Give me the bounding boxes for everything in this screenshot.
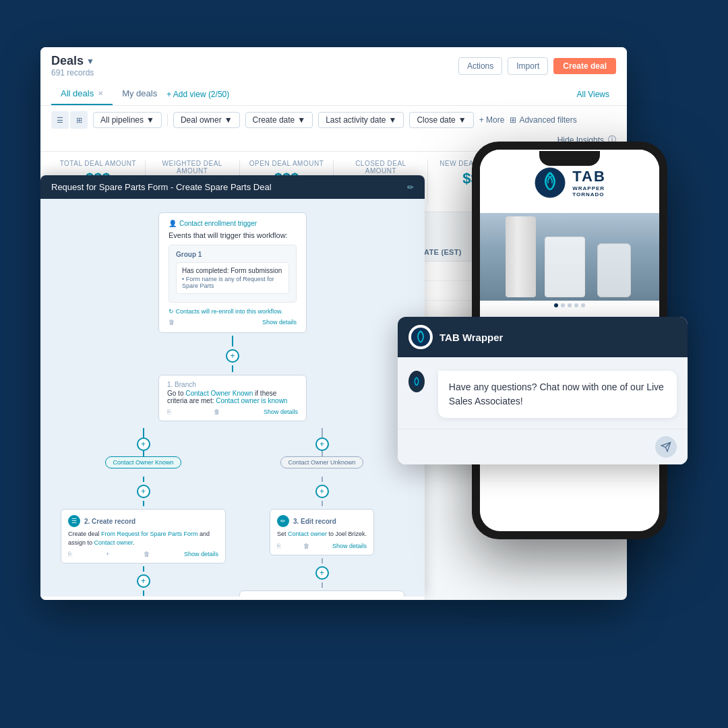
brand-icon	[411, 327, 431, 347]
tab-all-deals-label: All deals	[61, 88, 94, 98]
filter-icon: ⊞	[510, 115, 516, 125]
list-view-button[interactable]: ☰	[51, 111, 69, 129]
workflow-title: Request for Spare Parts Form - Create Sp…	[51, 182, 272, 192]
add-view-link[interactable]: + Add view (2/50)	[166, 84, 229, 104]
wrap-roll-3	[597, 243, 631, 297]
close-date-filter[interactable]: Close date ▼	[409, 112, 473, 128]
edit-icon[interactable]: ✏	[407, 183, 414, 192]
action-3-header: ✏ 3. Edit record	[277, 515, 367, 527]
tab-my-deals-label: My deals	[122, 88, 157, 98]
phone-product-image	[480, 213, 659, 301]
chat-overlay: TAB Wrapper Have any questions? Chat now…	[398, 317, 688, 464]
action-3-num: 3. Edit record	[293, 518, 336, 525]
record-count: 691 records	[51, 68, 94, 78]
import-button[interactable]: Import	[508, 57, 548, 75]
deal-owner-label: Deal owner	[181, 115, 222, 125]
trash-icon-3[interactable]: 🗑	[303, 543, 309, 549]
metric-weighted-label: WEIGHTED DEAL AMOUNT	[152, 160, 233, 175]
trash-icon[interactable]: 🗑	[169, 319, 175, 326]
deal-owner-icon: ▼	[224, 115, 233, 125]
wf-branch-unknown-col: + Contact Owner Unknown + ✏ 3. Edit reco…	[239, 428, 404, 597]
wrap-roll-2	[545, 237, 585, 297]
criteria-link[interactable]: Contact owner is known	[216, 397, 287, 404]
last-activity-icon: ▼	[389, 115, 397, 125]
tornado-chat-icon	[411, 375, 423, 388]
trash-icon-branch[interactable]: 🗑	[214, 408, 220, 415]
copy-icon-2[interactable]: ⎘	[68, 551, 71, 557]
send-button[interactable]	[655, 436, 677, 458]
filter-separator	[167, 113, 168, 127]
show-details-2[interactable]: Show details	[184, 551, 218, 557]
wf-trigger-text: Events that will trigger this workflow:	[169, 231, 297, 239]
add-unknown-step[interactable]: +	[315, 437, 329, 451]
action-2-header: ☰ 2. Create record	[68, 515, 218, 527]
dot-2	[561, 303, 565, 307]
branch-show-details[interactable]: Show details	[264, 408, 298, 415]
advanced-label: Advanced filters	[519, 115, 576, 125]
advanced-filters[interactable]: ⊞ Advanced filters	[510, 115, 576, 125]
view-toggle: ☰ ⊞	[51, 111, 88, 129]
copy-icon-3[interactable]: ⎘	[277, 543, 280, 549]
logo-sub-1: WRAPPER	[572, 185, 606, 191]
add-icon-2[interactable]: +	[106, 551, 109, 557]
add-after-3[interactable]: +	[315, 566, 329, 580]
wf-condition: Has completed: Form submission • Form na…	[176, 262, 289, 294]
action-box-4: ☰ 4. Create record Create deal From Requ…	[239, 590, 404, 597]
trigger-label-text: Contact enrollment trigger	[179, 220, 257, 227]
actions-button[interactable]: Actions	[458, 57, 502, 75]
show-details-3[interactable]: Show details	[332, 543, 367, 549]
phone-dots	[480, 301, 659, 310]
all-views-link[interactable]: All Views	[570, 84, 616, 104]
svg-point-0	[535, 168, 565, 198]
action-3-icon: ✏	[277, 515, 289, 527]
branch-known-tag: Contact Owner Known	[105, 456, 181, 468]
add-known-action[interactable]: +	[137, 485, 150, 498]
tab-all-deals[interactable]: All deals ✕	[51, 83, 113, 105]
action-3-text: Set Contact owner to Joel Brizek.	[277, 530, 367, 539]
title-dropdown-icon[interactable]: ▼	[86, 57, 94, 66]
deal-owner-filter[interactable]: Deal owner ▼	[173, 112, 240, 128]
grid-view-button[interactable]: ⊞	[70, 111, 88, 129]
condition-detail: • Form name is any of Request for Spare …	[182, 276, 283, 289]
copy-icon[interactable]: ⎘	[167, 408, 171, 415]
action-2-actions: ⎘ + 🗑 Show details	[68, 551, 218, 557]
last-activity-filter[interactable]: Last activity date ▼	[318, 112, 404, 128]
contact-owner-known-link[interactable]: Contact Owner Known	[185, 390, 253, 397]
show-details-link[interactable]: Show details	[262, 319, 297, 326]
wf-trigger-box: 👤 Contact enrollment trigger Events that…	[158, 212, 307, 333]
chat-body: Have any questions? Chat now with one of…	[398, 357, 688, 429]
all-pipelines-filter[interactable]: All pipelines ▼	[93, 112, 162, 128]
metric-closed-label: CLOSED DEAL AMOUNT	[340, 160, 421, 175]
tab-logo-icon	[533, 166, 567, 200]
wf-reenroll: ↻ Contacts will re-enroll into this work…	[169, 308, 297, 315]
contact-link-3: Contact owner	[288, 530, 327, 537]
trash-icon-2[interactable]: 🗑	[144, 551, 150, 557]
tab-close-icon[interactable]: ✕	[98, 90, 103, 97]
add-step-button-1[interactable]: +	[226, 349, 239, 363]
logo-main: TAB	[572, 168, 606, 185]
create-date-filter[interactable]: Create date ▼	[245, 112, 313, 128]
action-3-actions: ⎘ 🗑 Show details	[277, 543, 367, 549]
chat-title: TAB Wrapper	[439, 332, 503, 343]
add-unknown-action[interactable]: +	[315, 485, 329, 498]
group-title: Group 1	[176, 251, 289, 258]
chat-message: Have any questions? Chat now with one of…	[449, 382, 664, 406]
form-link-1: From Request for Spare Parts Form	[101, 530, 198, 537]
wf-connector-1	[61, 336, 404, 346]
add-known-step[interactable]: +	[137, 437, 150, 451]
wf-branch-known-col: + Contact Owner Known + ☰ 2. Create reco…	[61, 428, 226, 597]
pipelines-label: All pipelines	[100, 115, 144, 125]
more-filters[interactable]: + More	[479, 115, 505, 125]
metric-total-label: TOTAL DEAL AMOUNT	[58, 160, 138, 167]
dot-1	[554, 303, 558, 307]
header-actions: Actions Import Create deal	[458, 57, 616, 75]
create-deal-button[interactable]: Create deal	[553, 58, 616, 74]
workflow-panel: Request for Spare Parts Form - Create Sp…	[40, 175, 425, 600]
tab-my-deals[interactable]: My deals	[113, 83, 166, 105]
action-2-icon: ☰	[68, 515, 80, 527]
wf-trigger-actions: 🗑 Show details	[169, 319, 297, 326]
close-date-label: Close date	[417, 115, 455, 125]
svg-point-1	[411, 328, 430, 346]
action-box-3: ✏ 3. Edit record Set Contact owner to Jo…	[270, 509, 374, 555]
add-after-2[interactable]: +	[137, 574, 150, 588]
